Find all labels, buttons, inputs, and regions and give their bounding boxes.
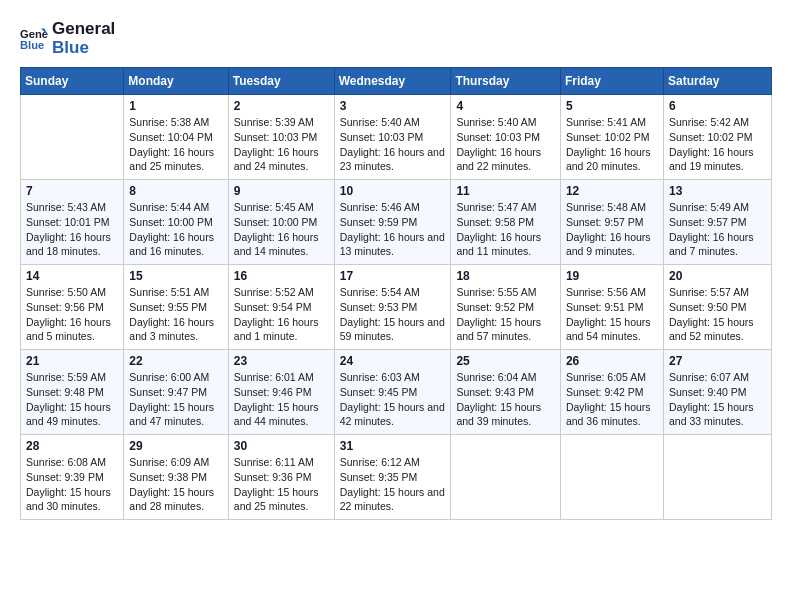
calendar-cell bbox=[21, 95, 124, 180]
day-number: 5 bbox=[566, 99, 658, 113]
day-number: 16 bbox=[234, 269, 329, 283]
calendar-cell: 25Sunrise: 6:04 AMSunset: 9:43 PMDayligh… bbox=[451, 350, 561, 435]
day-info: Sunrise: 5:47 AMSunset: 9:58 PMDaylight:… bbox=[456, 200, 555, 259]
weekday-header-wednesday: Wednesday bbox=[334, 68, 451, 95]
day-number: 23 bbox=[234, 354, 329, 368]
day-info: Sunrise: 6:04 AMSunset: 9:43 PMDaylight:… bbox=[456, 370, 555, 429]
calendar-cell: 29Sunrise: 6:09 AMSunset: 9:38 PMDayligh… bbox=[124, 435, 228, 520]
calendar-cell: 31Sunrise: 6:12 AMSunset: 9:35 PMDayligh… bbox=[334, 435, 451, 520]
page-header: General Blue General Blue bbox=[20, 20, 772, 57]
weekday-header-monday: Monday bbox=[124, 68, 228, 95]
day-number: 8 bbox=[129, 184, 222, 198]
day-number: 19 bbox=[566, 269, 658, 283]
calendar-cell: 2Sunrise: 5:39 AMSunset: 10:03 PMDayligh… bbox=[228, 95, 334, 180]
day-number: 24 bbox=[340, 354, 446, 368]
calendar-cell: 8Sunrise: 5:44 AMSunset: 10:00 PMDayligh… bbox=[124, 180, 228, 265]
day-number: 21 bbox=[26, 354, 118, 368]
calendar-cell: 22Sunrise: 6:00 AMSunset: 9:47 PMDayligh… bbox=[124, 350, 228, 435]
calendar-cell: 13Sunrise: 5:49 AMSunset: 9:57 PMDayligh… bbox=[663, 180, 771, 265]
day-info: Sunrise: 6:03 AMSunset: 9:45 PMDaylight:… bbox=[340, 370, 446, 429]
day-info: Sunrise: 5:42 AMSunset: 10:02 PMDaylight… bbox=[669, 115, 766, 174]
day-number: 14 bbox=[26, 269, 118, 283]
day-info: Sunrise: 6:01 AMSunset: 9:46 PMDaylight:… bbox=[234, 370, 329, 429]
calendar-cell: 4Sunrise: 5:40 AMSunset: 10:03 PMDayligh… bbox=[451, 95, 561, 180]
calendar-week-4: 21Sunrise: 5:59 AMSunset: 9:48 PMDayligh… bbox=[21, 350, 772, 435]
weekday-header-saturday: Saturday bbox=[663, 68, 771, 95]
day-info: Sunrise: 5:55 AMSunset: 9:52 PMDaylight:… bbox=[456, 285, 555, 344]
calendar-cell: 19Sunrise: 5:56 AMSunset: 9:51 PMDayligh… bbox=[560, 265, 663, 350]
calendar-cell: 18Sunrise: 5:55 AMSunset: 9:52 PMDayligh… bbox=[451, 265, 561, 350]
svg-text:Blue: Blue bbox=[20, 38, 44, 50]
day-number: 18 bbox=[456, 269, 555, 283]
day-number: 6 bbox=[669, 99, 766, 113]
calendar-cell: 16Sunrise: 5:52 AMSunset: 9:54 PMDayligh… bbox=[228, 265, 334, 350]
calendar-week-3: 14Sunrise: 5:50 AMSunset: 9:56 PMDayligh… bbox=[21, 265, 772, 350]
weekday-header-tuesday: Tuesday bbox=[228, 68, 334, 95]
day-info: Sunrise: 5:52 AMSunset: 9:54 PMDaylight:… bbox=[234, 285, 329, 344]
calendar-cell: 1Sunrise: 5:38 AMSunset: 10:04 PMDayligh… bbox=[124, 95, 228, 180]
weekday-header-friday: Friday bbox=[560, 68, 663, 95]
calendar-cell: 23Sunrise: 6:01 AMSunset: 9:46 PMDayligh… bbox=[228, 350, 334, 435]
day-info: Sunrise: 6:07 AMSunset: 9:40 PMDaylight:… bbox=[669, 370, 766, 429]
day-number: 31 bbox=[340, 439, 446, 453]
calendar-cell: 11Sunrise: 5:47 AMSunset: 9:58 PMDayligh… bbox=[451, 180, 561, 265]
day-number: 17 bbox=[340, 269, 446, 283]
day-info: Sunrise: 6:05 AMSunset: 9:42 PMDaylight:… bbox=[566, 370, 658, 429]
calendar-cell: 28Sunrise: 6:08 AMSunset: 9:39 PMDayligh… bbox=[21, 435, 124, 520]
day-number: 26 bbox=[566, 354, 658, 368]
calendar-week-2: 7Sunrise: 5:43 AMSunset: 10:01 PMDayligh… bbox=[21, 180, 772, 265]
calendar-cell: 15Sunrise: 5:51 AMSunset: 9:55 PMDayligh… bbox=[124, 265, 228, 350]
calendar-table: SundayMondayTuesdayWednesdayThursdayFrid… bbox=[20, 67, 772, 520]
weekday-header-row: SundayMondayTuesdayWednesdayThursdayFrid… bbox=[21, 68, 772, 95]
day-info: Sunrise: 5:40 AMSunset: 10:03 PMDaylight… bbox=[340, 115, 446, 174]
calendar-cell: 5Sunrise: 5:41 AMSunset: 10:02 PMDayligh… bbox=[560, 95, 663, 180]
day-number: 30 bbox=[234, 439, 329, 453]
calendar-cell: 9Sunrise: 5:45 AMSunset: 10:00 PMDayligh… bbox=[228, 180, 334, 265]
day-number: 4 bbox=[456, 99, 555, 113]
day-number: 29 bbox=[129, 439, 222, 453]
calendar-cell bbox=[663, 435, 771, 520]
day-number: 13 bbox=[669, 184, 766, 198]
day-number: 3 bbox=[340, 99, 446, 113]
day-number: 7 bbox=[26, 184, 118, 198]
day-number: 10 bbox=[340, 184, 446, 198]
day-info: Sunrise: 5:43 AMSunset: 10:01 PMDaylight… bbox=[26, 200, 118, 259]
day-info: Sunrise: 6:00 AMSunset: 9:47 PMDaylight:… bbox=[129, 370, 222, 429]
calendar-week-1: 1Sunrise: 5:38 AMSunset: 10:04 PMDayligh… bbox=[21, 95, 772, 180]
calendar-cell bbox=[560, 435, 663, 520]
day-info: Sunrise: 5:59 AMSunset: 9:48 PMDaylight:… bbox=[26, 370, 118, 429]
calendar-cell: 17Sunrise: 5:54 AMSunset: 9:53 PMDayligh… bbox=[334, 265, 451, 350]
calendar-cell: 7Sunrise: 5:43 AMSunset: 10:01 PMDayligh… bbox=[21, 180, 124, 265]
day-number: 12 bbox=[566, 184, 658, 198]
logo-general: General bbox=[52, 20, 115, 39]
day-info: Sunrise: 5:51 AMSunset: 9:55 PMDaylight:… bbox=[129, 285, 222, 344]
calendar-cell bbox=[451, 435, 561, 520]
day-info: Sunrise: 5:49 AMSunset: 9:57 PMDaylight:… bbox=[669, 200, 766, 259]
weekday-header-thursday: Thursday bbox=[451, 68, 561, 95]
day-number: 20 bbox=[669, 269, 766, 283]
calendar-cell: 26Sunrise: 6:05 AMSunset: 9:42 PMDayligh… bbox=[560, 350, 663, 435]
logo-blue: Blue bbox=[52, 39, 115, 58]
calendar-cell: 20Sunrise: 5:57 AMSunset: 9:50 PMDayligh… bbox=[663, 265, 771, 350]
calendar-cell: 30Sunrise: 6:11 AMSunset: 9:36 PMDayligh… bbox=[228, 435, 334, 520]
day-info: Sunrise: 6:09 AMSunset: 9:38 PMDaylight:… bbox=[129, 455, 222, 514]
day-info: Sunrise: 5:39 AMSunset: 10:03 PMDaylight… bbox=[234, 115, 329, 174]
day-number: 27 bbox=[669, 354, 766, 368]
day-number: 1 bbox=[129, 99, 222, 113]
calendar-week-5: 28Sunrise: 6:08 AMSunset: 9:39 PMDayligh… bbox=[21, 435, 772, 520]
calendar-cell: 24Sunrise: 6:03 AMSunset: 9:45 PMDayligh… bbox=[334, 350, 451, 435]
day-number: 28 bbox=[26, 439, 118, 453]
day-info: Sunrise: 6:08 AMSunset: 9:39 PMDaylight:… bbox=[26, 455, 118, 514]
logo-icon: General Blue bbox=[20, 25, 48, 53]
day-info: Sunrise: 5:50 AMSunset: 9:56 PMDaylight:… bbox=[26, 285, 118, 344]
weekday-header-sunday: Sunday bbox=[21, 68, 124, 95]
day-info: Sunrise: 6:11 AMSunset: 9:36 PMDaylight:… bbox=[234, 455, 329, 514]
calendar-cell: 21Sunrise: 5:59 AMSunset: 9:48 PMDayligh… bbox=[21, 350, 124, 435]
day-info: Sunrise: 5:40 AMSunset: 10:03 PMDaylight… bbox=[456, 115, 555, 174]
day-info: Sunrise: 5:56 AMSunset: 9:51 PMDaylight:… bbox=[566, 285, 658, 344]
calendar-cell: 14Sunrise: 5:50 AMSunset: 9:56 PMDayligh… bbox=[21, 265, 124, 350]
day-number: 15 bbox=[129, 269, 222, 283]
day-number: 22 bbox=[129, 354, 222, 368]
day-number: 9 bbox=[234, 184, 329, 198]
day-info: Sunrise: 5:54 AMSunset: 9:53 PMDaylight:… bbox=[340, 285, 446, 344]
